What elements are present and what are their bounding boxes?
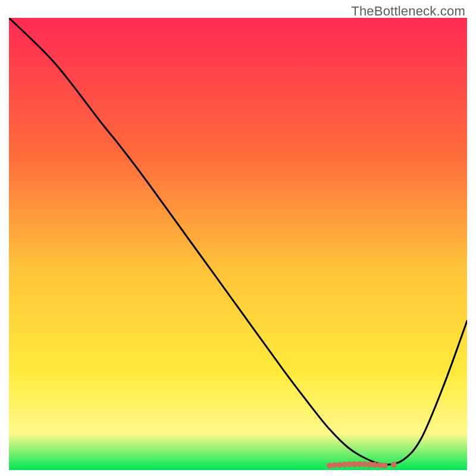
marker-dot-outlier xyxy=(391,462,397,468)
marker-dot xyxy=(381,462,387,468)
bottleneck-chart xyxy=(9,18,467,470)
chart-background xyxy=(9,18,467,470)
watermark-text: TheBottleneck.com xyxy=(351,4,465,19)
chart-svg xyxy=(9,18,467,470)
